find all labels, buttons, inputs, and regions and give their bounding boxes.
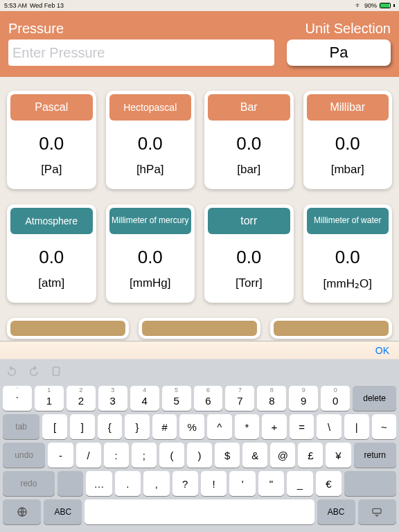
key[interactable]: ' xyxy=(229,471,255,496)
key[interactable]: 44 xyxy=(130,386,159,411)
key[interactable]: £ xyxy=(298,443,323,468)
blank-key[interactable] xyxy=(344,471,396,496)
card-header: Millimeter of mercury xyxy=(109,208,192,234)
clipboard-icon[interactable] xyxy=(50,365,62,378)
key[interactable]: / xyxy=(76,443,101,468)
key[interactable]: + xyxy=(262,414,287,439)
card-value: 0.0 xyxy=(138,247,163,268)
card-header: Pascal xyxy=(10,94,93,121)
battery-percent: 90% xyxy=(364,2,377,9)
conversion-card[interactable] xyxy=(139,318,260,339)
key[interactable]: 00 xyxy=(321,386,350,411)
unit-select-button[interactable]: Pa xyxy=(287,39,391,66)
key[interactable]: ; xyxy=(132,443,157,468)
key[interactable]: % xyxy=(179,414,204,439)
pressure-input[interactable] xyxy=(8,39,274,66)
card-header: Hectopascal xyxy=(109,94,192,121)
dismiss-keyboard-key[interactable] xyxy=(358,499,396,524)
space-key[interactable] xyxy=(85,499,314,524)
card-value: 0.0 xyxy=(335,247,360,268)
abc-key-left[interactable]: ABC xyxy=(44,499,82,524)
card-header: Bar xyxy=(208,94,290,121)
key[interactable]: ) xyxy=(187,443,212,468)
key[interactable]: … xyxy=(86,471,112,496)
card-value: 0.0 xyxy=(39,247,64,268)
redo-key[interactable]: redo xyxy=(3,471,55,496)
conversion-card[interactable]: Millibar 0.0 [mbar] xyxy=(303,91,393,189)
conversion-card[interactable] xyxy=(270,318,392,339)
globe-key[interactable] xyxy=(3,499,41,524)
key[interactable]: _ xyxy=(287,471,312,496)
key[interactable]: . xyxy=(115,471,141,496)
card-unit: [Torr] xyxy=(236,276,263,290)
header: Pressure Unit Selection Pa xyxy=(0,11,399,77)
key[interactable]: ] xyxy=(70,414,95,439)
keyboard: OK ``11223344556677889900delete tab[]{}#… xyxy=(0,341,399,532)
key[interactable]: 11 xyxy=(35,386,64,411)
abc-key-right[interactable]: ABC xyxy=(317,499,355,524)
key[interactable]: - xyxy=(48,443,73,468)
key[interactable]: * xyxy=(235,414,260,439)
key[interactable]: 66 xyxy=(194,386,223,411)
key[interactable]: ? xyxy=(172,471,198,496)
unit-selection-label: Unit Selection xyxy=(305,21,391,37)
key[interactable]: } xyxy=(125,414,150,439)
tab-key[interactable]: tab xyxy=(3,414,39,439)
delete-key[interactable]: delete xyxy=(353,386,396,411)
key[interactable]: ! xyxy=(201,471,227,496)
card-unit: [atm] xyxy=(38,276,64,290)
card-value: 0.0 xyxy=(236,247,261,268)
key[interactable]: { xyxy=(98,414,123,439)
key[interactable]: 88 xyxy=(257,386,286,411)
key[interactable]: = xyxy=(290,414,314,439)
key[interactable]: , xyxy=(143,471,169,496)
key[interactable]: @ xyxy=(270,443,295,468)
undo-icon[interactable] xyxy=(6,365,18,378)
key[interactable]: € xyxy=(316,471,342,496)
conversion-card[interactable]: torr 0.0 [Torr] xyxy=(204,204,294,303)
return-key[interactable]: return xyxy=(354,443,396,468)
status-bar: 5:53 AM Wed Feb 13 ᯤ 90% xyxy=(0,0,399,11)
key[interactable]: : xyxy=(104,443,129,468)
blank-key[interactable] xyxy=(57,471,83,496)
conversion-card[interactable]: Pascal 0.0 [Pa] xyxy=(7,91,96,189)
key[interactable]: 22 xyxy=(66,386,96,411)
card-unit: [hPa] xyxy=(136,163,164,177)
redo-icon[interactable] xyxy=(28,365,40,378)
key[interactable]: ~ xyxy=(372,414,397,439)
key[interactable]: 55 xyxy=(162,386,191,411)
card-unit: [mbar] xyxy=(331,163,364,177)
card-header xyxy=(10,321,125,336)
conversion-card[interactable] xyxy=(7,318,129,339)
card-value: 0.0 xyxy=(236,133,261,154)
key[interactable]: " xyxy=(258,471,284,496)
card-header xyxy=(142,321,257,336)
card-header: Millibar xyxy=(307,94,389,121)
card-value: 0.0 xyxy=(138,133,163,154)
key[interactable]: [ xyxy=(42,414,67,439)
key[interactable]: `` xyxy=(3,386,32,411)
conversion-card[interactable]: Hectopascal 0.0 [hPa] xyxy=(106,91,195,189)
card-header xyxy=(274,321,389,336)
card-header: torr xyxy=(208,208,290,234)
key[interactable]: \ xyxy=(317,414,342,439)
key[interactable]: | xyxy=(344,414,369,439)
key[interactable]: # xyxy=(152,414,177,439)
conversion-card[interactable]: Bar 0.0 [bar] xyxy=(204,91,294,189)
pressure-label: Pressure xyxy=(8,21,64,37)
key[interactable]: ( xyxy=(159,443,184,468)
ok-button[interactable]: OK xyxy=(375,345,389,356)
key[interactable]: ^ xyxy=(207,414,232,439)
key[interactable]: & xyxy=(242,443,267,468)
key[interactable]: ¥ xyxy=(326,443,351,468)
key[interactable]: $ xyxy=(215,443,240,468)
key[interactable]: 33 xyxy=(98,386,127,411)
keyboard-toolbar xyxy=(0,360,399,383)
conversion-card[interactable]: Millimeter of water 0.0 [mmH₂O] xyxy=(303,204,393,303)
svg-rect-2 xyxy=(373,508,381,513)
key[interactable]: 77 xyxy=(225,386,254,411)
conversion-card[interactable]: Millimeter of mercury 0.0 [mmHg] xyxy=(106,204,195,303)
key[interactable]: 99 xyxy=(289,386,318,411)
undo-key[interactable]: undo xyxy=(3,443,45,468)
conversion-card[interactable]: Atmosphere 0.0 [atm] xyxy=(7,204,96,303)
